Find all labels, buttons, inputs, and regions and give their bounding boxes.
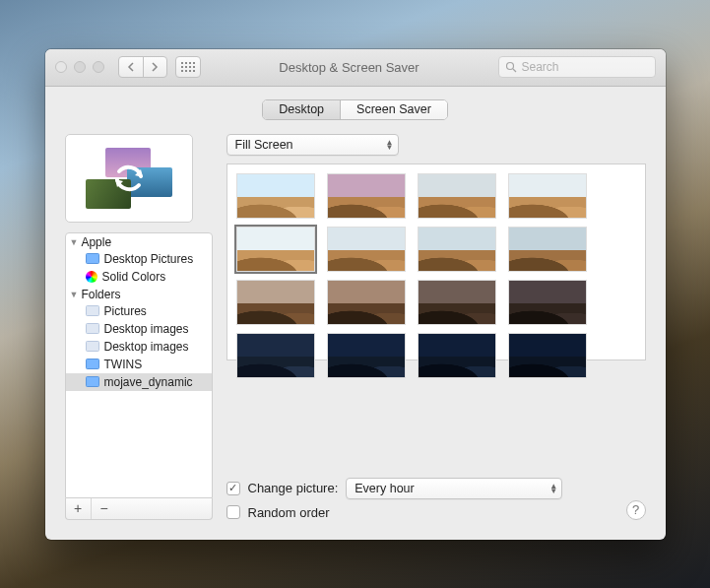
folder-icon	[86, 305, 99, 316]
preferences-window: Desktop & Screen Saver Search Desktop Sc…	[45, 49, 666, 540]
source-item-label: Solid Colors	[102, 270, 166, 284]
wallpaper-thumbnail[interactable]	[236, 280, 315, 325]
pane-body: Desktop Screen Saver ▼AppleDesktop Pic	[45, 87, 666, 540]
source-group-header[interactable]: ▼Folders	[66, 286, 212, 302]
options: ✓ Change picture: Every hour ▲▼ Random o…	[226, 466, 646, 520]
wallpaper-thumbnail[interactable]	[236, 227, 315, 272]
change-picture-checkbox[interactable]: ✓	[226, 482, 240, 495]
source-item[interactable]: mojave_dynamic	[66, 373, 212, 391]
add-remove-bar: + −	[65, 498, 213, 520]
svg-rect-0	[181, 62, 183, 64]
search-input[interactable]: Search	[498, 56, 656, 78]
folder-icon	[86, 323, 99, 334]
source-list[interactable]: ▼AppleDesktop PicturesSolid Colors▼Folde…	[65, 232, 213, 498]
wallpaper-thumbnail[interactable]	[327, 227, 406, 272]
wallpaper-thumbnail[interactable]	[236, 173, 315, 219]
updown-icon: ▲▼	[542, 484, 557, 493]
svg-rect-2	[189, 62, 191, 64]
show-all-button[interactable]	[175, 56, 201, 78]
source-group-label: Apple	[81, 235, 111, 249]
source-item-label: Desktop Pictures	[104, 252, 194, 266]
svg-rect-10	[189, 70, 191, 72]
fit-mode-value: Fill Screen	[235, 138, 293, 152]
wallpaper-thumbnail[interactable]	[327, 173, 406, 219]
updown-icon: ▲▼	[378, 140, 394, 150]
source-item[interactable]: Desktop images	[66, 320, 212, 338]
source-item[interactable]: Pictures	[66, 302, 212, 320]
wallpaper-thumbnail[interactable]	[236, 333, 315, 378]
svg-rect-8	[181, 70, 183, 72]
svg-rect-9	[185, 70, 187, 72]
source-item-label: TWINS	[104, 358, 143, 371]
source-item[interactable]: TWINS	[66, 356, 212, 373]
random-order-label: Random order	[248, 505, 330, 520]
remove-folder-button[interactable]: −	[92, 498, 117, 519]
source-item-label: Desktop images	[104, 322, 189, 336]
add-folder-button[interactable]: +	[66, 498, 92, 519]
content: ▼AppleDesktop PicturesSolid Colors▼Folde…	[65, 134, 646, 520]
zoom-dot[interactable]	[93, 61, 104, 73]
random-order-checkbox[interactable]	[226, 505, 240, 519]
back-button[interactable]	[119, 57, 143, 77]
change-picture-label: Change picture:	[248, 481, 339, 495]
folder-icon	[86, 359, 99, 369]
svg-rect-1	[185, 62, 187, 64]
svg-rect-6	[189, 66, 191, 68]
forward-button[interactable]	[143, 57, 166, 77]
svg-point-12	[506, 63, 513, 70]
close-dot[interactable]	[55, 61, 67, 73]
disclosure-triangle-icon: ▼	[70, 237, 79, 247]
grid-icon	[181, 62, 195, 72]
thumbnail-grid-container	[226, 163, 646, 360]
wallpaper-thumbnail[interactable]	[418, 333, 496, 378]
tab-screensaver-label: Screen Saver	[356, 102, 431, 116]
titlebar: Desktop & Screen Saver Search	[45, 49, 666, 87]
search-icon	[505, 61, 517, 73]
tab-desktop[interactable]: Desktop	[263, 100, 340, 119]
source-item[interactable]: Solid Colors	[66, 268, 212, 286]
source-item[interactable]: Desktop Pictures	[66, 250, 212, 268]
folder-icon	[86, 376, 99, 387]
wallpaper-thumbnail[interactable]	[418, 227, 496, 272]
window-title: Desktop & Screen Saver	[279, 60, 419, 75]
wallpaper-thumbnail[interactable]	[508, 280, 587, 325]
wallpaper-thumbnail[interactable]	[508, 333, 587, 378]
svg-line-13	[513, 69, 516, 72]
svg-rect-4	[181, 66, 183, 68]
wallpaper-thumbnail[interactable]	[327, 280, 406, 325]
chevron-right-icon	[151, 62, 159, 72]
right-column: Fill Screen ▲▼ ✓ Change picture: Every h…	[226, 134, 646, 520]
chevron-left-icon	[127, 62, 135, 72]
source-item[interactable]: Desktop images	[66, 338, 212, 356]
wallpaper-thumbnail[interactable]	[508, 173, 587, 219]
nav-back-forward	[118, 56, 167, 78]
change-interval-popup[interactable]: Every hour ▲▼	[346, 478, 562, 499]
source-item-label: mojave_dynamic	[104, 375, 193, 389]
minimize-dot[interactable]	[74, 61, 86, 73]
svg-rect-3	[193, 62, 195, 64]
tab-desktop-label: Desktop	[279, 102, 324, 116]
fit-mode-popup[interactable]: Fill Screen ▲▼	[226, 134, 399, 156]
tab-screensaver[interactable]: Screen Saver	[340, 100, 447, 119]
help-button[interactable]: ?	[626, 500, 646, 520]
source-item-label: Pictures	[104, 304, 147, 318]
wallpaper-thumbnail[interactable]	[508, 227, 587, 272]
source-group-header[interactable]: ▼Apple	[66, 233, 212, 250]
source-item-label: Desktop images	[104, 340, 189, 354]
source-group-label: Folders	[81, 288, 120, 301]
change-interval-value: Every hour	[355, 482, 414, 495]
cycle-icon	[86, 148, 172, 209]
wallpaper-thumbnail[interactable]	[327, 333, 406, 378]
wallpaper-thumbnail[interactable]	[418, 280, 496, 325]
disclosure-triangle-icon: ▼	[70, 290, 79, 299]
current-desktop-preview	[65, 134, 193, 223]
tabs: Desktop Screen Saver	[65, 99, 646, 120]
thumbnail-grid	[236, 173, 641, 378]
svg-rect-11	[193, 70, 195, 72]
wallpaper-thumbnail[interactable]	[418, 173, 496, 219]
svg-rect-5	[185, 66, 187, 68]
folder-icon	[86, 253, 99, 264]
color-wheel-icon	[86, 271, 97, 283]
folder-icon	[86, 341, 99, 352]
search-placeholder: Search	[522, 60, 559, 74]
